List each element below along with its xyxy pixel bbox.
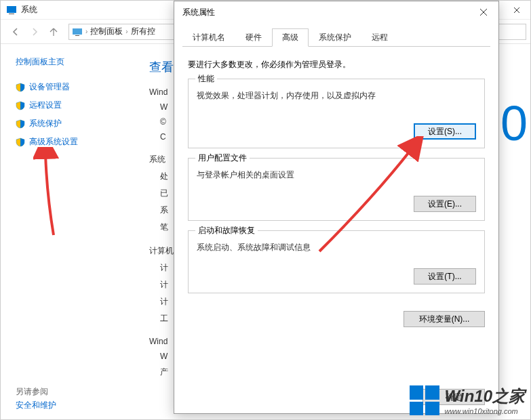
- sidebar-item-advanced-settings[interactable]: 高级系统设置: [16, 135, 133, 149]
- watermark: Win10之家 www.win10xitong.com: [410, 385, 525, 415]
- group-description: 系统启动、系统故障和调试信息: [197, 242, 476, 253]
- sidebar-item-remote-settings[interactable]: 远程设置: [16, 98, 133, 112]
- system-icon: [6, 5, 17, 16]
- sidebar: 控制面板主页 设备管理器 远程设置 系统保护: [1, 44, 133, 420]
- system-properties-dialog: 系统属性 计算机名 硬件 高级 系统保护 远程 要进行大多数更改，你必须作为管理…: [174, 1, 499, 414]
- svg-rect-0: [7, 6, 16, 13]
- svg-rect-6: [73, 28, 82, 35]
- watermark-url: www.win10xitong.com: [445, 407, 525, 415]
- explorer-title: 系统: [21, 4, 37, 16]
- user-profile-group: 用户配置文件 与登录帐户相关的桌面设置 设置(E)...: [188, 158, 485, 221]
- see-also-link[interactable]: 安全和维护: [16, 400, 56, 411]
- tab-system-protection[interactable]: 系统保护: [309, 28, 361, 47]
- tab-computer-name[interactable]: 计算机名: [182, 28, 235, 47]
- svg-rect-7: [75, 35, 79, 36]
- close-button[interactable]: [501, 1, 531, 20]
- performance-group: 性能 视觉效果，处理器计划，内存使用，以及虚拟内存 设置(S)...: [188, 79, 485, 148]
- group-title: 用户配置文件: [195, 152, 250, 164]
- tab-strip: 计算机名 硬件 高级 系统保护 远程: [182, 28, 490, 47]
- back-button[interactable]: [6, 22, 25, 41]
- decorative-zero: 0: [500, 96, 528, 151]
- watermark-title: Win10之家: [445, 385, 525, 407]
- crumb-all-items[interactable]: 所有控: [131, 26, 155, 37]
- chevron-right-icon: ›: [85, 28, 87, 35]
- pc-icon: [72, 26, 83, 37]
- chevron-right-icon: ›: [125, 28, 127, 35]
- see-also-heading: 另请参阅: [16, 386, 48, 398]
- shield-icon: [16, 138, 25, 147]
- tab-hardware[interactable]: 硬件: [235, 28, 272, 47]
- control-panel-home-link[interactable]: 控制面板主页: [16, 56, 133, 68]
- group-title: 性能: [195, 73, 217, 85]
- performance-settings-button[interactable]: 设置(S)...: [414, 123, 476, 140]
- forward-button[interactable]: [25, 22, 44, 41]
- sidebar-item-device-manager[interactable]: 设备管理器: [16, 80, 133, 94]
- crumb-control-panel[interactable]: 控制面板: [90, 26, 123, 37]
- environment-variables-button[interactable]: 环境变量(N)...: [404, 311, 485, 327]
- svg-rect-1: [9, 14, 14, 14]
- group-title: 启动和故障恢复: [195, 225, 258, 236]
- user-profile-settings-button[interactable]: 设置(E)...: [414, 196, 476, 212]
- sidebar-item-label: 设备管理器: [29, 81, 70, 93]
- dialog-close-button[interactable]: [468, 1, 498, 23]
- sidebar-item-label: 系统保护: [29, 118, 62, 129]
- sidebar-item-label: 远程设置: [29, 100, 62, 111]
- dialog-titlebar: 系统属性: [174, 1, 498, 23]
- shield-icon: [16, 119, 25, 129]
- up-button[interactable]: [44, 22, 63, 41]
- windows-logo-icon: [410, 385, 439, 415]
- startup-recovery-group: 启动和故障恢复 系统启动、系统故障和调试信息 设置(T)...: [188, 230, 485, 293]
- intro-text: 要进行大多数更改，你必须作为管理员登录。: [188, 59, 485, 70]
- tab-remote[interactable]: 远程: [361, 28, 398, 47]
- group-description: 视觉效果，处理器计划，内存使用，以及虚拟内存: [197, 90, 476, 102]
- group-description: 与登录帐户相关的桌面设置: [197, 169, 476, 181]
- dialog-title: 系统属性: [182, 7, 215, 18]
- shield-icon: [16, 101, 25, 110]
- sidebar-item-label: 高级系统设置: [29, 136, 78, 148]
- tab-advanced[interactable]: 高级: [272, 28, 309, 47]
- sidebar-item-system-protection[interactable]: 系统保护: [16, 117, 133, 131]
- shield-icon: [16, 83, 25, 92]
- startup-settings-button[interactable]: 设置(T)...: [414, 268, 476, 285]
